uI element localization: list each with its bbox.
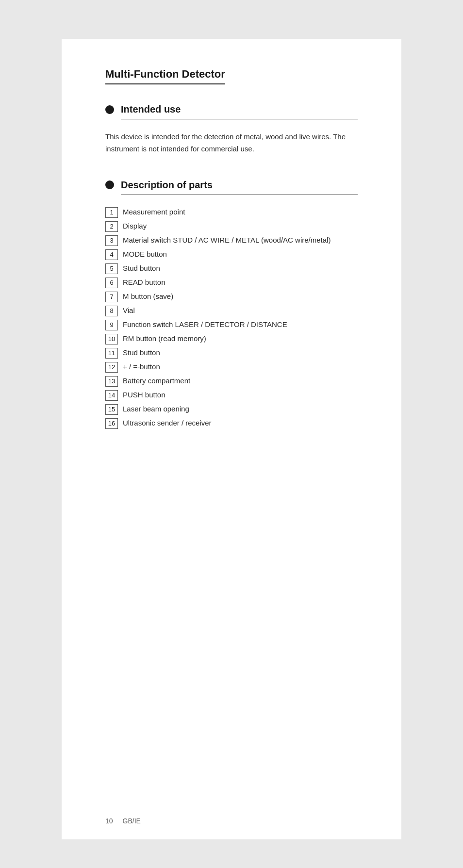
parts-item-text: Vial [123, 305, 358, 316]
parts-item-number: 16 [105, 418, 118, 429]
parts-item-text: M button (save) [123, 291, 358, 302]
section-bullet-dot [105, 105, 114, 114]
parts-item-number: 4 [105, 249, 118, 260]
parts-item-number: 14 [105, 390, 118, 401]
main-title: Multi-Function Detector [105, 68, 225, 84]
intended-use-title: Intended use [121, 104, 181, 115]
list-item: 3Material switch STUD / AC WIRE / METAL … [105, 235, 358, 246]
intended-use-header: Intended use [105, 104, 358, 115]
description-title: Description of parts [121, 180, 213, 191]
parts-list: 1Measurement point2Display3Material swit… [105, 207, 358, 429]
description-header: Description of parts [105, 180, 358, 191]
section-bullet-dot-2 [105, 180, 114, 189]
parts-item-number: 3 [105, 235, 118, 246]
parts-item-text: MODE button [123, 249, 358, 260]
list-item: 13Battery compartment [105, 376, 358, 387]
list-item: 4MODE button [105, 249, 358, 260]
intended-use-underline [121, 119, 358, 119]
parts-item-text: Stud button [123, 263, 358, 274]
intended-use-section: Intended use This device is intended for… [105, 104, 358, 155]
footer-page-number: 10 [105, 817, 113, 825]
parts-item-number: 11 [105, 348, 118, 359]
list-item: 16Ultrasonic sender / receiver [105, 418, 358, 429]
parts-item-number: 12 [105, 362, 118, 373]
parts-item-text: Ultrasonic sender / receiver [123, 418, 358, 429]
parts-item-number: 6 [105, 278, 118, 288]
parts-item-text: PUSH button [123, 390, 358, 401]
list-item: 14PUSH button [105, 390, 358, 401]
list-item: 7M button (save) [105, 291, 358, 302]
parts-item-text: Material switch STUD / AC WIRE / METAL (… [123, 235, 358, 246]
parts-item-number: 13 [105, 376, 118, 387]
page-footer: 10 GB/IE [105, 817, 141, 825]
parts-item-number: 7 [105, 292, 118, 302]
parts-item-number: 10 [105, 334, 118, 344]
parts-item-text: READ button [123, 277, 358, 288]
list-item: 10RM button (read memory) [105, 333, 358, 344]
parts-item-number: 1 [105, 207, 118, 218]
list-item: 2Display [105, 221, 358, 232]
footer-locale: GB/IE [123, 817, 141, 825]
parts-item-text: Battery compartment [123, 376, 358, 387]
list-item: 5Stud button [105, 263, 358, 274]
parts-item-number: 5 [105, 263, 118, 274]
parts-item-number: 2 [105, 221, 118, 232]
parts-item-text: Display [123, 221, 358, 232]
parts-item-number: 15 [105, 404, 118, 415]
list-item: 8Vial [105, 305, 358, 316]
parts-item-text: Stud button [123, 347, 358, 359]
parts-item-number: 9 [105, 320, 118, 330]
parts-item-text: Laser beam opening [123, 404, 358, 415]
list-item: 11Stud button [105, 347, 358, 359]
parts-item-text: Function switch LASER / DETECTOR / DISTA… [123, 319, 358, 330]
list-item: 9Function switch LASER / DETECTOR / DIST… [105, 319, 358, 330]
parts-item-number: 8 [105, 306, 118, 316]
intended-use-body: This device is intended for the detectio… [105, 131, 358, 155]
description-of-parts-section: Description of parts 1Measurement point2… [105, 180, 358, 429]
list-item: 12+ / =-button [105, 361, 358, 373]
list-item: 1Measurement point [105, 207, 358, 218]
description-underline [121, 195, 358, 195]
parts-item-text: Measurement point [123, 207, 358, 218]
list-item: 6READ button [105, 277, 358, 288]
parts-item-text: + / =-button [123, 361, 358, 373]
parts-item-text: RM button (read memory) [123, 333, 358, 344]
page: Multi-Function Detector Intended use Thi… [62, 39, 401, 839]
list-item: 15Laser beam opening [105, 404, 358, 415]
